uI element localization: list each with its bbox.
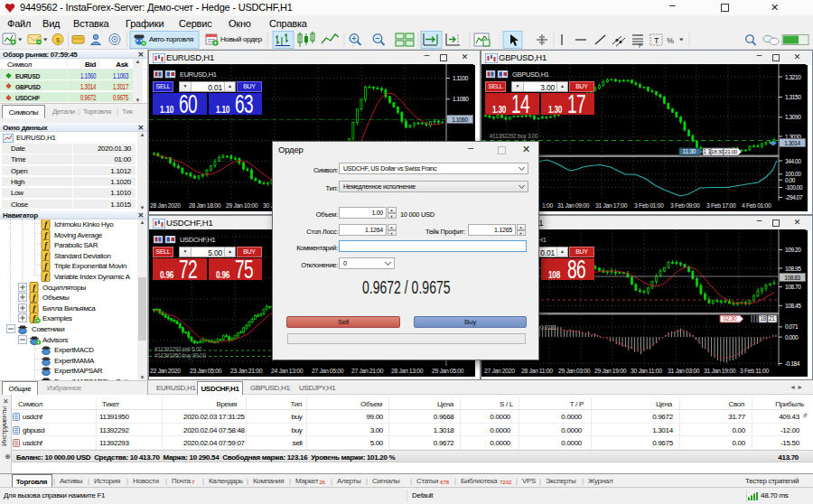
svg-text:18:30: 18:30 (711, 148, 724, 154)
svg-text:108.70: 108.70 (785, 284, 801, 290)
svg-text:344.00: 344.00 (785, 158, 801, 164)
svg-text:11:30: 11:30 (683, 148, 696, 154)
svg-text:109.20: 109.20 (785, 247, 801, 253)
svg-text:USDCHF,H1: USDCHF,H1 (180, 236, 216, 244)
svg-text:0.00: 0.00 (785, 177, 796, 183)
svg-text:1.1080: 1.1080 (453, 96, 469, 102)
svg-text:1 1: 1 1 (703, 148, 711, 154)
svg-text:02:30: 02:30 (724, 315, 737, 322)
svg-text:0.071: 0.071 (785, 323, 799, 330)
svg-text:-100.00: -100.00 (785, 184, 803, 191)
svg-text:1.3210: 1.3210 (785, 74, 801, 80)
svg-text:EURUSD,H1: EURUSD,H1 (180, 70, 217, 79)
svg-text:F: F (639, 42, 642, 49)
svg-text:21:00: 21:00 (724, 148, 738, 154)
svg-text:1.1100: 1.1100 (453, 75, 469, 81)
svg-text:21:: 21: (769, 315, 777, 322)
svg-text:T: T (654, 36, 659, 45)
svg-text:%: % (667, 36, 674, 45)
svg-text:1.3090: 1.3090 (785, 114, 801, 120)
svg-text:18: 18 (760, 315, 766, 322)
svg-text:GBPUSD,H1: GBPUSD,H1 (512, 70, 549, 79)
svg-text:-294.07: -294.07 (785, 194, 803, 201)
svg-text:108.95: 108.95 (785, 266, 801, 272)
svg-text:108.45: 108.45 (785, 303, 801, 309)
svg-text:1.3150: 1.3150 (785, 94, 801, 100)
svg-text:0.000: 0.000 (785, 334, 799, 341)
